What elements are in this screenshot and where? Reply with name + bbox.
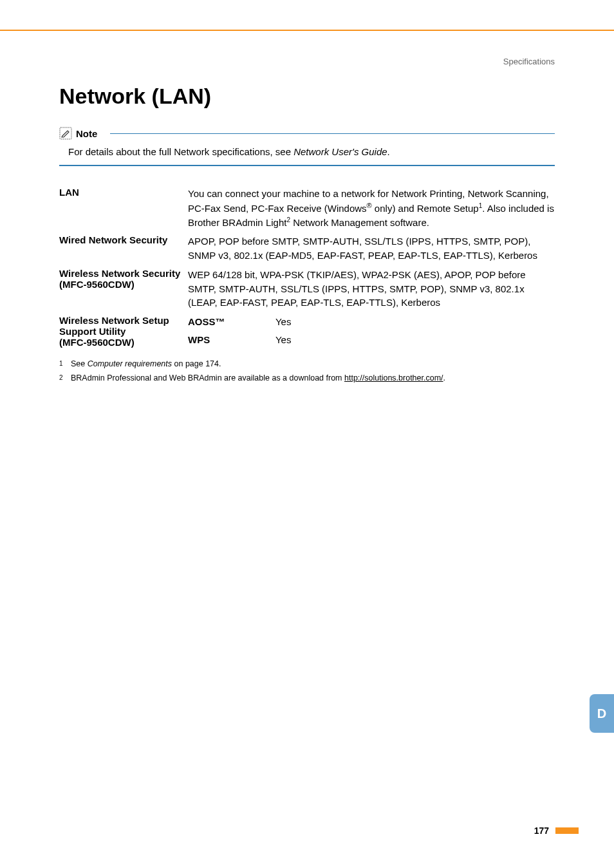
note-bottom-line	[59, 165, 555, 166]
spec-value-wireless-sec: WEP 64/128 bit, WPA-PSK (TKIP/AES), WPA2…	[188, 268, 555, 310]
footnote-2-text: BRAdmin Professional and Web BRAdmin are…	[71, 373, 555, 382]
spec-table: LAN You can connect your machine to a ne…	[59, 187, 555, 348]
footnote-1-em: Computer requirements	[88, 359, 172, 368]
footnote-1-pre: See	[71, 359, 88, 368]
footnote-2: 2 BRAdmin Professional and Web BRAdmin a…	[59, 373, 555, 382]
header-section-text: Specifications	[503, 57, 555, 66]
wps-value: Yes	[275, 334, 291, 345]
page-footer-bar	[555, 827, 579, 834]
wireless-setup-label2: (MFC-9560CDW)	[59, 337, 135, 348]
note-block: Note For details about the full Network …	[59, 127, 555, 166]
wireless-setup-label1: Wireless Network Setup Support Utility	[59, 315, 169, 337]
spec-row-wireless-security: Wireless Network Security (MFC-9560CDW) …	[59, 268, 555, 310]
note-header-line	[110, 133, 555, 134]
note-label: Note	[76, 128, 97, 139]
spec-row-wired: Wired Network Security APOP, POP before …	[59, 234, 555, 263]
spec-value-wireless-setup: AOSS™ Yes WPS Yes	[188, 315, 555, 348]
wps-row: WPS Yes	[188, 333, 555, 347]
note-text-pre: For details about the full Network speci…	[68, 146, 293, 157]
footnote-2-pre: BRAdmin Professional and Web BRAdmin are…	[71, 373, 344, 382]
footnote-1-post: on page 174.	[172, 359, 221, 368]
footnote-1: 1 See Computer requirements on page 174.	[59, 359, 555, 368]
spec-row-wireless-setup: Wireless Network Setup Support Utility (…	[59, 315, 555, 348]
note-text: For details about the full Network speci…	[68, 146, 555, 157]
lan-text-3: Network Management software.	[290, 217, 429, 228]
wireless-sec-label2: (MFC-9560CDW)	[59, 279, 135, 290]
footnotes: 1 See Computer requirements on page 174.…	[59, 359, 555, 382]
spec-label-wireless-sec: Wireless Network Security (MFC-9560CDW)	[59, 268, 188, 310]
aoss-row: AOSS™ Yes	[188, 315, 555, 329]
wps-label: WPS	[188, 333, 273, 347]
page-number: 177	[534, 826, 549, 836]
footnote-1-text: See Computer requirements on page 174.	[71, 359, 555, 368]
spec-value-wired: APOP, POP before SMTP, SMTP-AUTH, SSL/TL…	[188, 234, 555, 263]
wireless-sec-label1: Wireless Network Security	[59, 268, 180, 279]
note-header: Note	[59, 127, 555, 140]
top-orange-border	[0, 30, 614, 31]
section-tab: D	[590, 694, 614, 733]
main-content: Network (LAN) Note For details about the…	[59, 84, 555, 388]
footnote-2-num: 2	[59, 373, 71, 382]
footnote-2-post: .	[443, 373, 445, 382]
page-footer: 177	[534, 826, 579, 836]
note-text-post: .	[387, 146, 390, 157]
note-text-em: Network User's Guide	[293, 146, 387, 157]
footnote-1-num: 1	[59, 359, 71, 368]
registered-symbol: ®	[367, 202, 372, 209]
aoss-value: Yes	[275, 316, 291, 327]
lan-text-1post: only) and Remote Setup	[372, 203, 479, 214]
note-pencil-icon	[59, 127, 72, 140]
spec-label-wireless-setup: Wireless Network Setup Support Utility (…	[59, 315, 188, 348]
spec-value-lan: You can connect your machine to a networ…	[188, 187, 555, 229]
spec-label-wired: Wired Network Security	[59, 234, 188, 263]
spec-row-lan: LAN You can connect your machine to a ne…	[59, 187, 555, 229]
spec-label-lan: LAN	[59, 187, 188, 229]
aoss-label: AOSS™	[188, 315, 273, 329]
footnote-2-link[interactable]: http://solutions.brother.com/	[344, 373, 443, 382]
page-title: Network (LAN)	[59, 84, 555, 109]
